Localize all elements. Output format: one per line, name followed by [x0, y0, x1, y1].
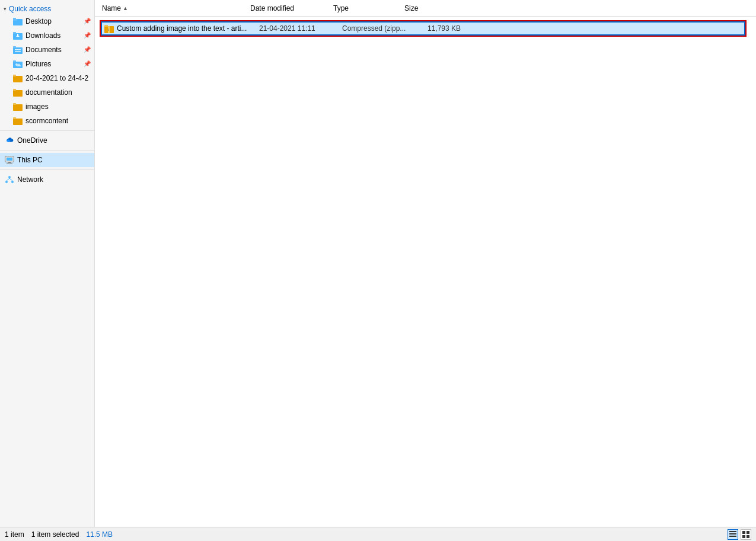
sidebar-item-thispc[interactable]: This PC — [0, 153, 94, 167]
sidebar-item-pictures[interactable]: Pictures 📌 — [0, 57, 94, 71]
col-header-date[interactable]: Date modified — [248, 4, 331, 12]
thispc-icon — [5, 155, 14, 165]
svg-rect-7 — [13, 47, 23, 54]
pin-icon: 📌 — [84, 18, 91, 25]
status-left: 1 item 1 item selected 11.5 MB — [5, 530, 113, 539]
file-list: Custom adding image into the text - arti… — [95, 17, 756, 527]
svg-rect-12 — [13, 60, 16, 62]
svg-point-28 — [8, 176, 11, 178]
documents-label: Documents — [25, 46, 84, 54]
desktop-label: Desktop — [25, 17, 84, 25]
table-row[interactable]: Custom adding image into the text - arti… — [101, 21, 745, 36]
svg-rect-46 — [747, 535, 749, 538]
svg-rect-26 — [8, 162, 11, 163]
downloads-folder-icon — [13, 31, 23, 40]
view-tiles-button[interactable] — [741, 529, 751, 540]
svg-point-29 — [5, 181, 8, 183]
item-count: 1 item — [5, 530, 24, 539]
svg-rect-21 — [13, 119, 23, 125]
images-label: images — [25, 103, 91, 111]
svg-rect-44 — [747, 531, 749, 534]
thispc-label: This PC — [17, 156, 91, 164]
sidebar-item-images[interactable]: images — [0, 100, 94, 114]
selected-size: 11.5 MB — [86, 530, 113, 539]
svg-line-32 — [9, 178, 12, 181]
svg-rect-6 — [17, 34, 18, 36]
onedrive-icon — [5, 136, 14, 145]
pin-icon-pictures: 📌 — [84, 60, 91, 68]
sidebar-divider-2 — [0, 150, 94, 151]
svg-rect-17 — [13, 90, 23, 97]
svg-rect-4 — [13, 32, 16, 34]
svg-rect-2 — [13, 18, 16, 20]
sidebar-quick-access-header[interactable]: ▾ Quick access — [0, 2, 94, 14]
folder-yellow-icon-4 — [13, 116, 23, 126]
svg-rect-15 — [13, 76, 23, 82]
documentation-label: documentation — [25, 88, 91, 97]
col-header-type[interactable]: Type — [331, 4, 402, 12]
svg-rect-43 — [742, 531, 745, 534]
col-date-label: Date modified — [250, 4, 294, 12]
sidebar-divider-3 — [0, 169, 94, 170]
sidebar-item-downloads[interactable]: Downloads 📌 — [0, 28, 94, 43]
svg-rect-38 — [109, 29, 109, 30]
svg-line-31 — [7, 178, 9, 181]
network-icon — [5, 175, 14, 184]
col-header-size[interactable]: Size — [402, 4, 449, 12]
svg-rect-16 — [13, 75, 16, 76]
sidebar-item-network[interactable]: Network — [0, 172, 94, 187]
scormcontent-label: scormcontent — [25, 117, 91, 125]
sidebar-item-scormcontent[interactable]: scormcontent — [0, 114, 94, 128]
svg-rect-18 — [13, 89, 16, 91]
network-label: Network — [17, 175, 91, 184]
svg-rect-10 — [15, 51, 21, 52]
documents-folder-icon — [13, 45, 23, 55]
pictures-folder-icon — [13, 59, 23, 69]
file-type: Compressed (zipp... — [342, 24, 413, 33]
col-size-label: Size — [404, 4, 418, 12]
onedrive-label: OneDrive — [17, 136, 91, 145]
svg-rect-37 — [109, 28, 109, 28]
sidebar-item-documentation[interactable]: documentation — [0, 85, 94, 100]
column-headers: Name ▲ Date modified Type Size — [95, 0, 756, 17]
sidebar-item-documents[interactable]: Documents 📌 — [0, 43, 94, 57]
svg-rect-42 — [729, 536, 736, 537]
view-details-button[interactable] — [728, 529, 738, 540]
sidebar-item-folder-20-4[interactable]: 20-4-2021 to 24-4-2 — [0, 71, 94, 85]
sidebar: ▾ Quick access Desktop 📌 — [0, 0, 95, 527]
svg-rect-34 — [104, 25, 108, 27]
file-area: Name ▲ Date modified Type Size — [95, 0, 756, 527]
sidebar-divider-1 — [0, 130, 94, 131]
col-header-name[interactable]: Name ▲ — [100, 4, 248, 12]
col-type-label: Type — [333, 4, 349, 12]
status-right — [728, 529, 751, 540]
svg-rect-39 — [109, 30, 109, 31]
svg-point-30 — [11, 181, 14, 183]
downloads-label: Downloads — [25, 31, 84, 40]
svg-rect-9 — [15, 49, 21, 50]
svg-rect-36 — [109, 27, 109, 27]
zip-file-icon — [104, 24, 114, 33]
chevron-icon: ▾ — [4, 6, 7, 12]
desktop-folder-icon — [13, 17, 23, 26]
folder-yellow-icon-1 — [13, 73, 23, 83]
file-size: 11,793 KB — [413, 24, 461, 33]
selected-count: 1 item selected — [31, 530, 79, 539]
svg-rect-41 — [729, 533, 736, 534]
sidebar-item-onedrive[interactable]: OneDrive — [0, 133, 94, 148]
file-date: 21-04-2021 11:11 — [259, 24, 342, 33]
pin-icon-downloads: 📌 — [84, 32, 91, 39]
col-name-label: Name — [102, 4, 121, 12]
svg-rect-20 — [13, 103, 16, 105]
folder-yellow-icon-2 — [13, 88, 23, 97]
svg-rect-40 — [729, 531, 736, 532]
pictures-label: Pictures — [25, 60, 84, 68]
sidebar-item-desktop[interactable]: Desktop 📌 — [0, 14, 94, 28]
quick-access-label: Quick access — [9, 5, 51, 13]
svg-rect-25 — [7, 158, 12, 161]
svg-rect-8 — [13, 46, 16, 48]
file-name: Custom adding image into the text - arti… — [117, 24, 259, 33]
svg-rect-19 — [13, 104, 23, 111]
status-bar: 1 item 1 item selected 11.5 MB — [0, 527, 756, 541]
folder-20-4-label: 20-4-2021 to 24-4-2 — [25, 74, 91, 82]
